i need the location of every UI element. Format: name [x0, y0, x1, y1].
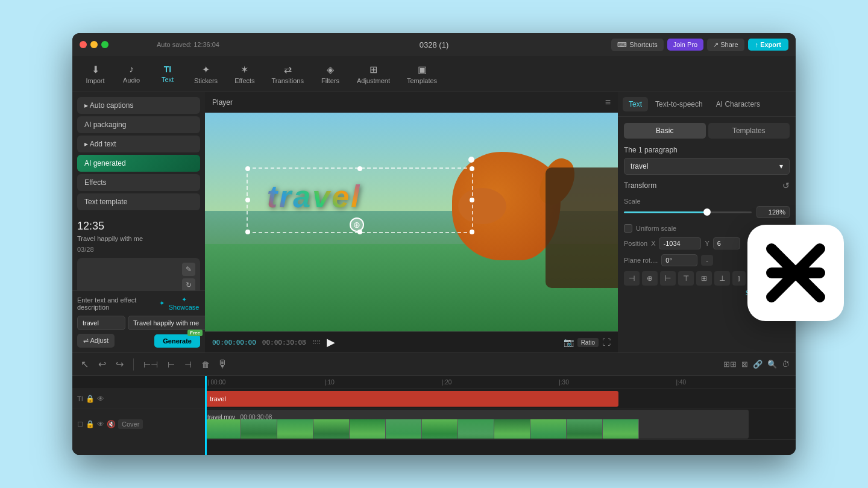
trim-end-button[interactable]: ⊣	[182, 357, 194, 372]
playhead[interactable]	[205, 376, 207, 455]
align-bottom-button[interactable]: ⊥	[714, 271, 730, 286]
x-position-input[interactable]	[659, 237, 701, 249]
rp-subtabs: Basic Templates	[624, 123, 790, 139]
tab-add-text[interactable]: ▸ Add text	[77, 136, 200, 152]
ruler-marks-container: | 00:00 |:10 |:20 |:30 |:40	[207, 376, 793, 389]
refresh-icon[interactable]: ↻	[182, 278, 195, 290]
redo-button[interactable]: ↪	[113, 356, 126, 372]
handle-top-mid[interactable]	[357, 166, 362, 171]
toolbar-templates[interactable]: ▣ Templates	[400, 60, 444, 88]
cursor-tool-button[interactable]: ↖	[78, 356, 91, 372]
edit-icon[interactable]: ✎	[182, 263, 195, 276]
handle-top-right[interactable]	[470, 166, 474, 171]
subtab-basic[interactable]: Basic	[624, 123, 706, 139]
video-filename: travel.mov	[207, 414, 235, 421]
share-button[interactable]: ↗ Share	[707, 39, 744, 51]
export-button[interactable]: ↑ Export	[748, 39, 788, 51]
toolbar-import[interactable]: ⬇ Import	[78, 60, 112, 88]
showcase-button[interactable]: ✦ ✦ Showcase	[159, 296, 200, 311]
transform-center-icon[interactable]: ⊕	[350, 217, 364, 232]
lock-icon[interactable]: 🔒	[86, 395, 95, 403]
reset-transform-button[interactable]: ↺	[782, 181, 790, 190]
toolbar-effects[interactable]: ✶ Effects	[227, 60, 262, 88]
align-center-h-button[interactable]: ⊕	[642, 271, 658, 286]
plane-rot-input[interactable]	[661, 254, 697, 266]
join-pro-button[interactable]: Join Pro	[667, 39, 703, 51]
shortcuts-button[interactable]: ⌨ Shortcuts	[611, 39, 663, 51]
close-button[interactable]	[80, 41, 87, 48]
player-menu-icon[interactable]: ≡	[605, 97, 611, 108]
effect-desc-input[interactable]	[128, 316, 205, 330]
microphone-button[interactable]: 🎙	[217, 358, 228, 371]
paragraph-dropdown[interactable]: travel ▾	[624, 158, 790, 175]
thumb-6	[386, 419, 422, 439]
toolbar-filters[interactable]: ◈ Filters	[313, 60, 347, 88]
export-icon: ↑	[755, 41, 759, 48]
handle-top-left[interactable]	[245, 166, 250, 171]
ai-gen-header: Enter text and effect description ✦ ✦ Sh…	[77, 296, 200, 311]
subtab-templates[interactable]: Templates	[708, 123, 790, 139]
undo-button[interactable]: ↩	[96, 356, 108, 372]
main-toolbar: ⬇ Import ♪ Audio TI Text ✦ Stickers ✶ Ef…	[72, 56, 796, 92]
text-input-field[interactable]	[77, 316, 125, 330]
handle-bottom-right[interactable]	[470, 230, 474, 234]
tab-effects[interactable]: Effects	[77, 174, 200, 191]
snap-button[interactable]: ⊞⊞	[723, 360, 737, 369]
video-track-clip[interactable]: travel.mov 00:00:30:08	[205, 410, 749, 439]
adjust-button[interactable]: ⇌ Adjust	[77, 334, 115, 348]
rotate-handle[interactable]	[468, 157, 474, 163]
trim-start-button[interactable]: ⊢	[165, 357, 177, 372]
tab-text-template[interactable]: Text template	[77, 193, 200, 210]
play-button[interactable]: ▶	[327, 336, 335, 349]
screenshot-button[interactable]: 📷	[564, 337, 574, 347]
text-track-name: travel	[210, 395, 226, 402]
tab-ai-characters[interactable]: AI Characters	[710, 97, 766, 111]
handle-left-mid[interactable]	[245, 198, 250, 202]
distribute-h-button[interactable]: ⫿	[732, 271, 746, 286]
visibility-icon[interactable]: 👁	[97, 395, 104, 403]
plane-rot-reset-button[interactable]: -	[701, 255, 713, 266]
adjustment-icon: ⊞	[370, 64, 377, 75]
delete-button[interactable]: 🗑	[199, 357, 212, 372]
y-position-input[interactable]	[713, 237, 740, 249]
split-all-button[interactable]: ⊠	[741, 360, 748, 369]
tab-ai-generated[interactable]: AI generated	[77, 155, 200, 172]
link-button[interactable]: 🔗	[753, 360, 763, 369]
handle-right-mid[interactable]	[470, 198, 474, 202]
align-top-button[interactable]: ⊤	[678, 271, 694, 286]
fullscreen-button[interactable]: ⛶	[602, 337, 611, 347]
align-left-button[interactable]: ⊣	[624, 271, 640, 286]
left-panel-tabs: ▸ Auto captions AI packaging ▸ Add text …	[72, 92, 205, 215]
generate-button[interactable]: Generate Free	[154, 334, 200, 348]
minimize-button[interactable]	[90, 41, 98, 48]
align-center-v-button[interactable]: ⊞	[696, 271, 712, 286]
text-track-clip[interactable]: travel	[205, 391, 618, 407]
player-header: Player ≡	[205, 92, 618, 113]
handle-bottom-left[interactable]	[245, 230, 250, 234]
toolbar-text[interactable]: TI Text	[151, 61, 184, 87]
scale-value-input[interactable]	[756, 206, 790, 218]
tab-text-to-speech[interactable]: Text-to-speech	[649, 97, 709, 111]
tab-ai-packaging[interactable]: AI packaging	[77, 116, 200, 133]
tab-auto-captions[interactable]: ▸ Auto captions	[77, 97, 200, 114]
video-mute-icon[interactable]: 🔇	[107, 420, 116, 428]
maximize-button[interactable]	[101, 41, 108, 48]
toolbar-audio[interactable]: ♪ Audio	[115, 60, 148, 87]
ratio-button[interactable]: Ratio	[577, 338, 599, 347]
scale-slider-thumb[interactable]	[703, 208, 711, 216]
split-button[interactable]: ⊢⊣	[141, 357, 160, 372]
zoom-in-button[interactable]: 🔍	[767, 360, 777, 369]
tab-text[interactable]: Text	[623, 97, 648, 111]
toolbar-stickers[interactable]: ✦ Stickers	[187, 60, 225, 88]
scale-slider-fill	[624, 211, 707, 213]
timeline-settings-button[interactable]: ⏱	[782, 360, 790, 369]
timeline-right-tools: ⊞⊞ ⊠ 🔗 🔍 ⏱	[723, 360, 790, 369]
align-right-button[interactable]: ⊢	[660, 271, 676, 286]
scale-slider[interactable]	[624, 211, 752, 213]
uniform-scale-checkbox[interactable]	[624, 224, 632, 233]
toolbar-adjustment[interactable]: ⊞ Adjustment	[350, 60, 397, 88]
video-visibility-icon[interactable]: 👁	[97, 420, 104, 428]
toolbar-transitions[interactable]: ⇄ Transitions	[265, 60, 311, 88]
video-lock-icon[interactable]: 🔒	[86, 420, 95, 428]
autosave-status: Auto saved: 12:36:04	[157, 41, 219, 48]
